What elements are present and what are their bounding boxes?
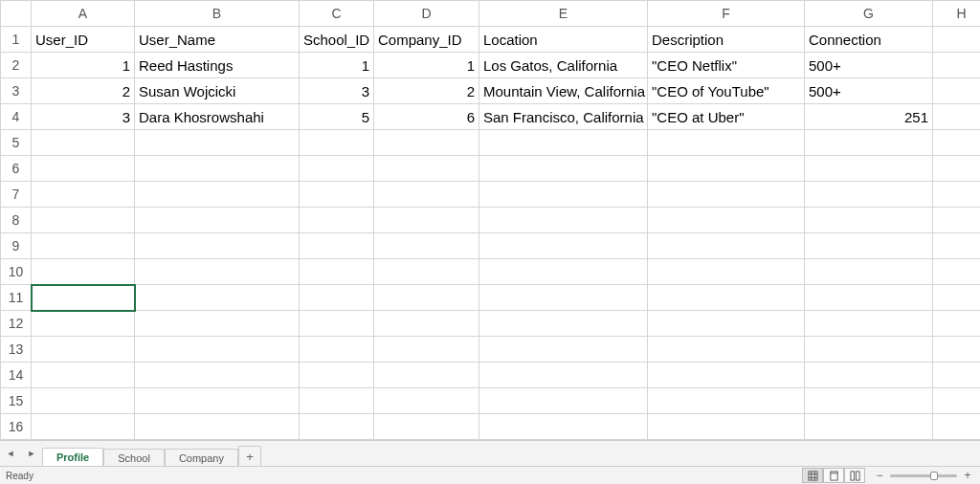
cell-D11[interactable] [374,285,479,311]
column-header-B[interactable]: B [135,1,300,27]
cell-G7[interactable] [805,182,933,208]
cell-G13[interactable] [805,337,933,363]
tab-next-button[interactable]: ► [21,443,42,464]
cell-G11[interactable] [805,285,933,311]
cell-A15[interactable] [32,388,135,414]
cell-G8[interactable] [805,208,933,233]
cell-H5[interactable] [933,130,981,156]
cell-C8[interactable] [300,208,374,233]
cell-G15[interactable] [805,388,933,414]
cell-D2[interactable]: 1 [374,53,479,78]
cell-E9[interactable] [479,233,648,259]
cell-E3[interactable]: Mountain View, California [479,78,648,104]
cell-F9[interactable] [648,233,805,259]
cell-G14[interactable] [805,363,933,388]
cell-G10[interactable] [805,259,933,285]
cell-H13[interactable] [933,337,981,363]
row-header-12[interactable]: 12 [1,311,32,337]
cell-A16[interactable] [32,414,135,440]
cell-E12[interactable] [479,311,648,337]
cell-B11[interactable] [135,285,300,311]
cell-G6[interactable] [805,156,933,182]
cell-F2[interactable]: "CEO Netflix" [648,53,805,78]
cell-C13[interactable] [300,337,374,363]
cell-D8[interactable] [374,208,479,233]
row-header-10[interactable]: 10 [1,259,32,285]
cell-H7[interactable] [933,182,981,208]
cell-C7[interactable] [300,182,374,208]
cell-B3[interactable]: Susan Wojcicki [135,78,300,104]
cell-F12[interactable] [648,311,805,337]
cell-G4[interactable]: 251 [805,104,933,130]
cell-C1[interactable]: School_ID [300,27,374,53]
zoom-slider[interactable] [890,474,957,477]
row-header-8[interactable]: 8 [1,208,32,233]
cell-D3[interactable]: 2 [374,78,479,104]
cell-F4[interactable]: "CEO at Uber" [648,104,805,130]
cell-B6[interactable] [135,156,300,182]
spreadsheet-grid[interactable]: ABCDEFGH1User_IDUser_NameSchool_IDCompan… [0,0,980,440]
row-header-15[interactable]: 15 [1,388,32,414]
cell-F5[interactable] [648,130,805,156]
cell-F3[interactable]: "CEO of YouTube" [648,78,805,104]
column-header-G[interactable]: G [805,1,933,27]
select-all-corner[interactable] [1,1,32,27]
cell-A7[interactable] [32,182,135,208]
cell-A3[interactable]: 2 [32,78,135,104]
cell-F1[interactable]: Description [648,27,805,53]
cell-C2[interactable]: 1 [300,53,374,78]
cell-A14[interactable] [32,363,135,388]
tab-prev-button[interactable]: ◄ [0,443,21,464]
column-header-F[interactable]: F [648,1,805,27]
row-header-1[interactable]: 1 [1,27,32,53]
row-header-11[interactable]: 11 [1,285,32,311]
cell-G16[interactable] [805,414,933,440]
cell-D14[interactable] [374,363,479,388]
cell-H4[interactable] [933,104,981,130]
cell-D1[interactable]: Company_ID [374,27,479,53]
cell-E11[interactable] [479,285,648,311]
cell-A9[interactable] [32,233,135,259]
cell-B15[interactable] [135,388,300,414]
cell-C4[interactable]: 5 [300,104,374,130]
cell-A1[interactable]: User_ID [32,27,135,53]
row-header-3[interactable]: 3 [1,78,32,104]
row-header-16[interactable]: 16 [1,414,32,440]
cell-B5[interactable] [135,130,300,156]
cell-H6[interactable] [933,156,981,182]
cell-B16[interactable] [135,414,300,440]
row-header-7[interactable]: 7 [1,182,32,208]
row-header-13[interactable]: 13 [1,337,32,363]
cell-G1[interactable]: Connection [805,27,933,53]
cell-D15[interactable] [374,388,479,414]
cell-E8[interactable] [479,208,648,233]
cell-H12[interactable] [933,311,981,337]
cell-D10[interactable] [374,259,479,285]
cell-H16[interactable] [933,414,981,440]
cell-C16[interactable] [300,414,374,440]
row-header-2[interactable]: 2 [1,53,32,78]
cell-E16[interactable] [479,414,648,440]
cell-A13[interactable] [32,337,135,363]
cell-B1[interactable]: User_Name [135,27,300,53]
column-header-H[interactable]: H [933,1,981,27]
cell-F10[interactable] [648,259,805,285]
cell-F15[interactable] [648,388,805,414]
cell-B14[interactable] [135,363,300,388]
cell-F13[interactable] [648,337,805,363]
cell-B4[interactable]: Dara Khosrowshahi [135,104,300,130]
row-header-9[interactable]: 9 [1,233,32,259]
sheet-tab-profile[interactable]: Profile [42,448,103,467]
row-header-4[interactable]: 4 [1,104,32,130]
cell-G3[interactable]: 500+ [805,78,933,104]
cell-H9[interactable] [933,233,981,259]
cell-C5[interactable] [300,130,374,156]
cell-D4[interactable]: 6 [374,104,479,130]
cell-A12[interactable] [32,311,135,337]
cell-H11[interactable] [933,285,981,311]
cell-B7[interactable] [135,182,300,208]
view-page-break-button[interactable] [844,468,865,483]
cell-E4[interactable]: San Francisco, California [479,104,648,130]
cell-D7[interactable] [374,182,479,208]
cell-H14[interactable] [933,363,981,388]
